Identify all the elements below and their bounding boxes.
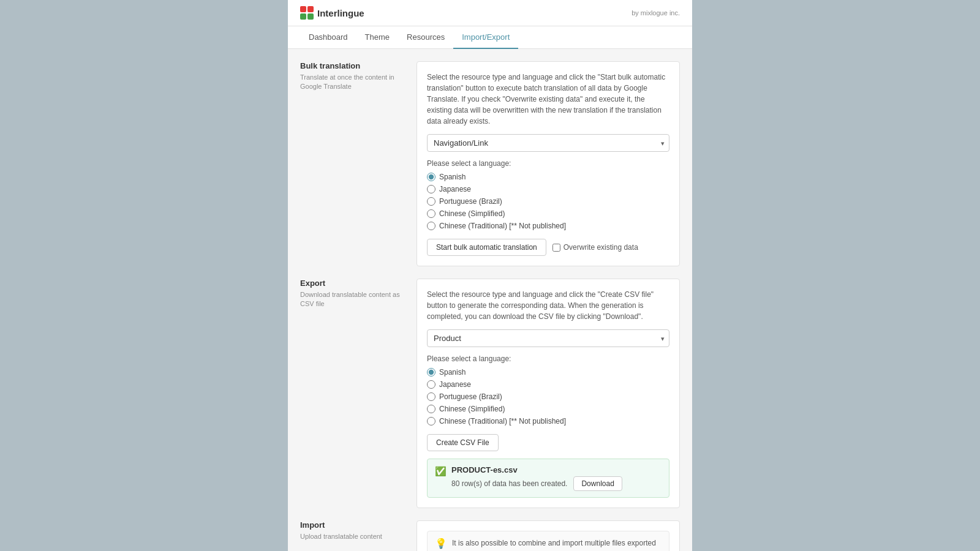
export-lang-spanish[interactable]: Spanish	[427, 368, 669, 377]
bulk-translation-title: Bulk translation	[300, 61, 404, 70]
import-desc: Upload translatable content	[300, 532, 404, 541]
app-name: Interlingue	[317, 8, 364, 18]
export-lang-spanish-radio[interactable]	[427, 368, 435, 377]
export-lang-chinese-traditional-radio[interactable]	[427, 417, 435, 425]
export-lang-japanese-label: Japanese	[439, 380, 471, 389]
download-button[interactable]: Download	[573, 476, 622, 491]
bulk-lang-japanese-radio[interactable]	[427, 185, 435, 193]
bulk-lang-japanese-label: Japanese	[439, 185, 471, 193]
export-lang-portuguese-radio[interactable]	[427, 392, 435, 401]
bulk-lang-japanese[interactable]: Japanese	[427, 185, 669, 193]
bulk-translation-desc: Translate at once the content in Google …	[300, 73, 404, 92]
bulk-translation-label: Bulk translation Translate at once the c…	[300, 61, 404, 266]
export-section: Export Download translatable content as …	[300, 279, 680, 508]
by-text: by mixlogue inc.	[631, 9, 680, 17]
export-lang-chinese-traditional[interactable]: Chinese (Traditional) [** Not published]	[427, 417, 669, 425]
export-language-label: Please select a language:	[427, 354, 669, 363]
import-panel: 💡 It is also possible to combine and imp…	[417, 520, 680, 551]
export-resource-select[interactable]: Product	[427, 329, 669, 347]
export-filename: PRODUCT-es.csv	[451, 465, 662, 474]
interlingue-logo-icon	[300, 6, 314, 20]
bulk-lang-portuguese[interactable]: Portuguese (Brazil)	[427, 197, 669, 206]
bulk-translation-section: Bulk translation Translate at once the c…	[300, 61, 680, 266]
logo-area: Interlingue	[300, 6, 364, 20]
bulk-lang-portuguese-label: Portuguese (Brazil)	[439, 197, 502, 206]
export-title: Export	[300, 279, 404, 288]
export-label: Export Download translatable content as …	[300, 279, 404, 508]
bulk-lang-spanish-label: Spanish	[439, 173, 466, 181]
tab-dashboard[interactable]: Dashboard	[300, 26, 356, 49]
tab-import-export[interactable]: Import/Export	[453, 26, 518, 49]
export-lang-spanish-label: Spanish	[439, 368, 466, 377]
export-lang-japanese-radio[interactable]	[427, 380, 435, 389]
export-success-row: 80 row(s) of data has been created. Down…	[451, 476, 662, 491]
bulk-lang-spanish[interactable]: Spanish	[427, 173, 669, 181]
export-lang-chinese-simplified-label: Chinese (Simplified)	[439, 405, 505, 413]
start-bulk-translation-button[interactable]: Start bulk automatic translation	[427, 239, 546, 256]
export-lang-chinese-simplified[interactable]: Chinese (Simplified)	[427, 405, 669, 413]
bulk-lang-chinese-simplified-label: Chinese (Simplified)	[439, 209, 505, 218]
export-lang-chinese-simplified-radio[interactable]	[427, 405, 435, 413]
overwrite-label-text: Overwrite existing data	[564, 243, 638, 252]
import-section: Import Upload translatable content 💡 It …	[300, 520, 680, 551]
main-content: Bulk translation Translate at once the c…	[288, 49, 692, 551]
overwrite-checkbox[interactable]	[552, 244, 560, 252]
svg-rect-1	[307, 6, 314, 12]
bulk-language-radio-group: Spanish Japanese Portuguese (Brazil) Chi…	[427, 173, 669, 230]
export-success-box: ✅ PRODUCT-es.csv 80 row(s) of data has b…	[427, 459, 669, 498]
export-lang-japanese[interactable]: Japanese	[427, 380, 669, 389]
tab-resources[interactable]: Resources	[398, 26, 453, 49]
bulk-language-label: Please select a language:	[427, 159, 669, 168]
bulk-translation-panel-desc: Select the resource type and language an…	[427, 72, 669, 127]
svg-rect-2	[300, 13, 306, 20]
overwrite-checkbox-label[interactable]: Overwrite existing data	[552, 243, 638, 252]
import-label: Import Upload translatable content	[300, 520, 404, 551]
nav-tabs: Dashboard Theme Resources Import/Export	[288, 26, 692, 49]
export-panel: Select the resource type and language an…	[417, 279, 680, 508]
export-language-radio-group: Spanish Japanese Portuguese (Brazil) Chi…	[427, 368, 669, 425]
export-panel-desc: Select the resource type and language an…	[427, 289, 669, 322]
import-title: Import	[300, 520, 404, 530]
bulk-lang-portuguese-radio[interactable]	[427, 197, 435, 206]
header: Interlingue by mixlogue inc.	[288, 0, 692, 26]
bulk-resource-select[interactable]: Navigation/Link	[427, 134, 669, 152]
svg-rect-3	[307, 13, 314, 20]
bulk-actions-row: Start bulk automatic translation Overwri…	[427, 239, 669, 256]
export-resource-select-wrapper: Product ▾	[427, 329, 669, 347]
bulk-lang-chinese-traditional-radio[interactable]	[427, 222, 435, 230]
bulk-resource-select-wrapper: Navigation/Link ▾	[427, 134, 669, 152]
create-csv-button[interactable]: Create CSV File	[427, 434, 499, 451]
info-bulb-icon: 💡	[435, 538, 447, 549]
export-success-content: PRODUCT-es.csv 80 row(s) of data has bee…	[451, 465, 662, 491]
bulk-translation-panel: Select the resource type and language an…	[417, 61, 680, 266]
export-lang-portuguese[interactable]: Portuguese (Brazil)	[427, 392, 669, 401]
bulk-lang-chinese-simplified[interactable]: Chinese (Simplified)	[427, 209, 669, 218]
import-info-text: It is also possible to combine and impor…	[452, 538, 662, 551]
bulk-lang-chinese-simplified-radio[interactable]	[427, 209, 435, 218]
import-info-box: 💡 It is also possible to combine and imp…	[427, 531, 669, 551]
export-success-icon: ✅	[435, 466, 447, 477]
bulk-lang-spanish-radio[interactable]	[427, 173, 435, 181]
export-lang-chinese-traditional-label: Chinese (Traditional) [** Not published]	[439, 417, 566, 425]
bulk-lang-chinese-traditional[interactable]: Chinese (Traditional) [** Not published]	[427, 222, 669, 230]
tab-theme[interactable]: Theme	[356, 26, 398, 49]
export-rows-text: 80 row(s) of data has been created.	[451, 479, 567, 488]
svg-rect-0	[300, 6, 306, 12]
export-lang-portuguese-label: Portuguese (Brazil)	[439, 392, 502, 401]
export-desc: Download translatable content as CSV fil…	[300, 290, 404, 309]
bulk-lang-chinese-traditional-label: Chinese (Traditional) [** Not published]	[439, 222, 566, 230]
